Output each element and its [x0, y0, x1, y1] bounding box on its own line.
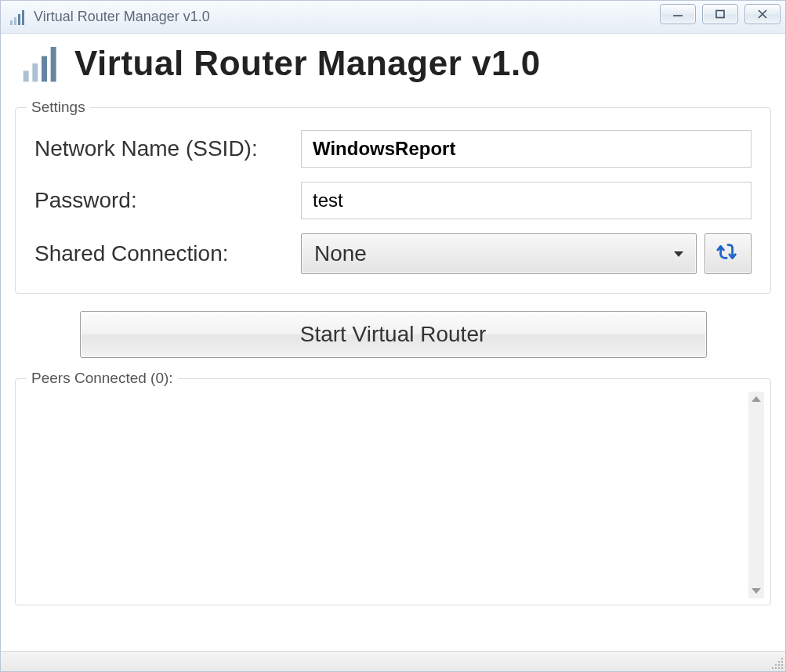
close-button[interactable] — [744, 4, 781, 24]
maximize-button[interactable] — [702, 4, 738, 24]
refresh-arrows-icon — [716, 240, 740, 267]
signal-bars-icon — [20, 42, 63, 85]
svg-rect-9 — [51, 47, 56, 81]
svg-rect-2 — [18, 14, 20, 25]
shared-connection-label: Shared Connection: — [34, 241, 301, 266]
svg-rect-5 — [716, 11, 724, 18]
shared-connection-dropdown[interactable]: None — [301, 233, 697, 274]
chevron-down-icon — [674, 251, 683, 257]
svg-point-12 — [781, 661, 783, 663]
svg-point-13 — [775, 664, 777, 666]
svg-point-14 — [778, 664, 780, 666]
password-input[interactable] — [301, 182, 752, 219]
shared-connection-value: None — [314, 241, 367, 266]
shared-connection-row: Shared Connection: None — [34, 233, 752, 274]
app-header: Virtual Router Manager v1.0 — [20, 42, 771, 85]
signal-bars-icon — [9, 8, 27, 27]
svg-point-17 — [775, 667, 777, 669]
svg-rect-6 — [24, 70, 29, 81]
ssid-input[interactable] — [301, 130, 752, 168]
password-row: Password: — [34, 182, 752, 219]
statusbar — [1, 651, 785, 671]
window-title: Virtual Router Manager v1.0 — [34, 9, 210, 25]
page-title: Virtual Router Manager v1.0 — [74, 44, 541, 83]
svg-point-11 — [778, 661, 780, 663]
peers-list[interactable] — [22, 392, 748, 598]
start-button-label: Start Virtual Router — [300, 322, 487, 347]
refresh-connections-button[interactable] — [705, 233, 752, 274]
peers-group: Peers Connected (0): — [15, 378, 771, 605]
svg-rect-1 — [14, 17, 16, 25]
window-controls — [660, 4, 781, 24]
titlebar[interactable]: Virtual Router Manager v1.0 — [1, 1, 785, 34]
password-label: Password: — [34, 188, 301, 213]
peers-scrollbar[interactable] — [748, 392, 764, 598]
settings-group: Settings Network Name (SSID): Password: … — [15, 107, 771, 294]
svg-rect-7 — [32, 63, 38, 81]
peers-legend: Peers Connected (0): — [27, 370, 178, 387]
svg-point-10 — [781, 658, 783, 659]
svg-rect-0 — [10, 20, 13, 25]
svg-point-19 — [781, 667, 783, 669]
app-window: Virtual Router Manager v1.0 — [0, 0, 786, 672]
scroll-up-icon[interactable] — [752, 396, 761, 402]
start-virtual-router-button[interactable]: Start Virtual Router — [80, 311, 707, 358]
ssid-row: Network Name (SSID): — [34, 130, 752, 168]
svg-rect-8 — [42, 56, 47, 82]
svg-point-18 — [778, 667, 780, 669]
svg-point-15 — [781, 664, 783, 666]
svg-point-16 — [772, 667, 773, 669]
ssid-label: Network Name (SSID): — [34, 136, 301, 161]
scroll-down-icon[interactable] — [752, 588, 761, 594]
minimize-button[interactable] — [660, 4, 696, 24]
client-area: Virtual Router Manager v1.0 Settings Net… — [1, 34, 785, 651]
resize-grip-icon[interactable] — [771, 657, 784, 670]
svg-rect-3 — [22, 10, 24, 25]
settings-legend: Settings — [27, 99, 90, 116]
